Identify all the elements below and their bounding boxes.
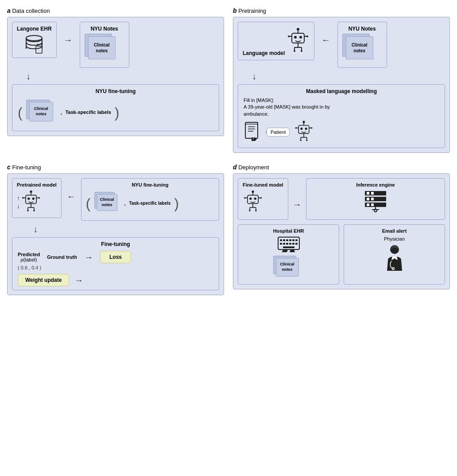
svg-rect-79 xyxy=(367,198,369,200)
section-a-header: a Data collection xyxy=(7,7,224,14)
clinical-notes-a2: Clinical notes xyxy=(30,106,53,117)
langone-ehr-box: Langone EHR xyxy=(12,22,57,58)
comma-c: , xyxy=(124,201,126,206)
svg-rect-98 xyxy=(295,243,298,245)
weight-update-label: Weight update xyxy=(25,277,62,283)
hospital-ehr-box: Hospital EHR xyxy=(238,224,339,285)
inference-box: Inference engine xyxy=(306,178,445,220)
inference-label: Inference engine xyxy=(311,182,440,187)
hospital-ehr-label: Hospital EHR xyxy=(243,228,334,234)
clinical-notes-d: Clinical notes xyxy=(276,262,298,272)
section-d-title: Deployment xyxy=(238,164,269,171)
svg-point-19 xyxy=(301,50,302,52)
ground-truth-label: Ground truth xyxy=(47,254,77,260)
a-finetuning-label: NYU fine-tuning xyxy=(18,88,213,94)
svg-point-50 xyxy=(39,197,40,199)
svg-point-48 xyxy=(22,197,23,199)
svg-point-4 xyxy=(297,28,299,31)
arrow-c-top: ← xyxy=(67,178,76,202)
section-b-title: Pretraining xyxy=(238,8,266,14)
section-a-letter: a xyxy=(7,7,11,14)
svg-point-7 xyxy=(294,36,297,39)
svg-rect-96 xyxy=(289,243,291,245)
task-specific-a: Task-specific labels xyxy=(66,109,111,116)
loss-box: Loss xyxy=(100,251,131,263)
nyu-notes-box-b: NYU Notes Clinical notes xyxy=(337,22,387,68)
svg-point-57 xyxy=(33,210,35,211)
svg-point-34 xyxy=(311,127,312,129)
a-finetuning-box: NYU fine-tuning ( Clinical notes , Task-… xyxy=(12,84,219,131)
ground-truth-block: Ground truth xyxy=(47,254,77,260)
svg-point-41 xyxy=(306,140,307,141)
weight-update-box: Weight update xyxy=(18,274,69,286)
masked-text: Fill in [MASK]:A 39-year-old [MASK] was … xyxy=(244,97,439,117)
comma-a: , xyxy=(61,110,62,115)
robot-icon-b2 xyxy=(294,120,314,144)
svg-point-46 xyxy=(32,198,35,200)
paren-open-c: ( xyxy=(86,196,91,211)
server-icon xyxy=(363,190,388,216)
svg-rect-99 xyxy=(283,246,294,248)
arrow-b-down: ↓ xyxy=(238,71,445,82)
robot-icon-d xyxy=(243,190,263,214)
values-label: ( 0.6 , 0.4 ) xyxy=(18,265,213,270)
paren-close-a: ) xyxy=(115,105,120,120)
svg-point-62 xyxy=(254,198,256,200)
svg-point-42 xyxy=(30,191,32,193)
svg-rect-82 xyxy=(371,203,374,206)
loss-label: Loss xyxy=(109,254,122,260)
svg-rect-92 xyxy=(295,239,298,241)
doctor-icon xyxy=(383,244,406,274)
section-d-box: Fine-tuned model xyxy=(233,173,450,289)
email-alert-label: Email alert xyxy=(349,228,440,234)
svg-rect-90 xyxy=(289,239,291,241)
clinical-notes-a1: Clinical notes xyxy=(89,42,115,54)
a-finetuning-content: ( Clinical notes , Task-specific labels … xyxy=(18,98,213,127)
svg-point-58 xyxy=(252,191,254,193)
svg-point-29 xyxy=(301,128,303,130)
nyu-finetuning-label: NYU fine-tuning xyxy=(86,182,214,187)
masked-label: Masked language modelling xyxy=(244,88,439,94)
section-b: b Pretraining Language model xyxy=(233,7,450,153)
arrow-a-down: ↓ xyxy=(12,71,219,82)
arrow-a-top: → xyxy=(64,22,73,45)
svg-point-40 xyxy=(300,140,302,141)
langone-label: Langone EHR xyxy=(17,26,52,32)
book-icon xyxy=(244,121,262,143)
c-bottom-row1: Predicted p(label) Ground truth → Loss xyxy=(18,251,213,263)
pretrained-label: Pretrained model xyxy=(17,182,57,187)
svg-rect-91 xyxy=(292,239,294,241)
section-b-box: Language model xyxy=(233,17,450,153)
svg-rect-20 xyxy=(245,122,258,138)
svg-rect-78 xyxy=(371,192,374,195)
c-finetuning-bottom-label: Fine-tuning xyxy=(18,241,213,247)
predicted-block: Predicted p(label) xyxy=(18,252,40,262)
svg-point-66 xyxy=(260,197,262,199)
arrow-weight: ← xyxy=(74,275,83,285)
svg-point-73 xyxy=(255,210,256,211)
svg-point-8 xyxy=(299,36,302,39)
robot-icon-c xyxy=(21,190,41,214)
language-model-label: Language model xyxy=(243,50,285,56)
nyu-notes-label-a: NYU Notes xyxy=(91,26,118,32)
svg-point-61 xyxy=(249,198,252,200)
section-c-header: c Fine-tuning xyxy=(7,164,224,171)
svg-rect-80 xyxy=(371,198,374,200)
c-finetuning-content: ( Clinical notes , Task-specific labels … xyxy=(86,190,214,217)
database-icon xyxy=(23,35,45,54)
robot-icon-b xyxy=(287,27,310,55)
svg-point-72 xyxy=(249,210,250,211)
svg-point-18 xyxy=(294,50,295,52)
physician-label: Physician xyxy=(349,236,440,242)
pretrained-box: Pretrained model ↑ ↓ xyxy=(12,178,62,218)
section-c-box: Pretrained model ↑ ↓ xyxy=(7,173,224,295)
svg-rect-81 xyxy=(367,203,369,206)
svg-point-85 xyxy=(374,209,377,212)
svg-rect-97 xyxy=(292,243,294,245)
d-bottom-row: Hospital EHR xyxy=(238,224,445,285)
svg-rect-93 xyxy=(280,243,282,245)
svg-point-56 xyxy=(27,210,28,211)
arrow-c-down: ↓ xyxy=(12,224,219,234)
svg-rect-87 xyxy=(280,239,282,241)
svg-rect-77 xyxy=(367,192,369,195)
